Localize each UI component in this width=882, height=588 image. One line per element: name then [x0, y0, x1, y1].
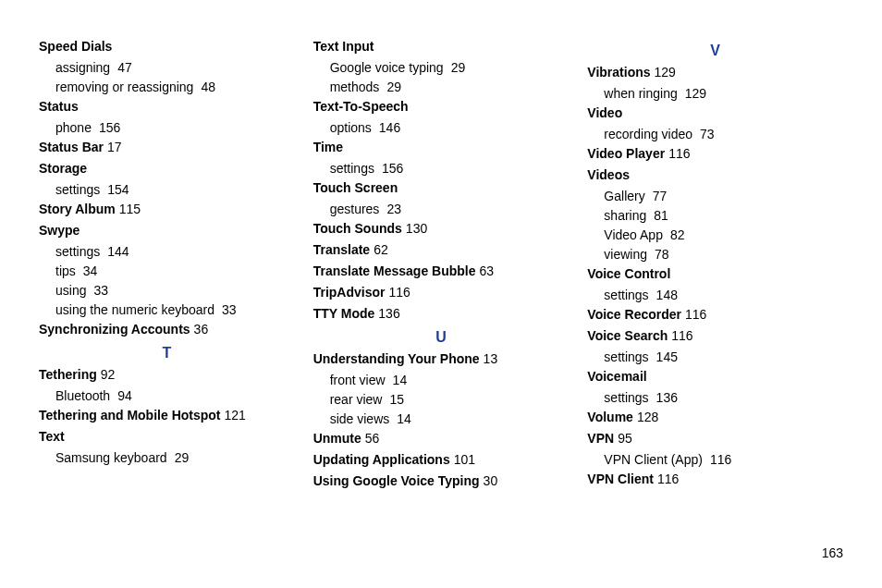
index-subentry: settings136	[587, 388, 843, 408]
index-column-3: VVibrations129when ringing129Videorecord…	[587, 37, 843, 493]
index-subentry: settings154	[39, 180, 295, 200]
index-term: Status	[39, 99, 79, 114]
index-entry: Unmute56	[313, 429, 570, 448]
index-subentry: Gallery77	[587, 187, 843, 206]
index-columns: Speed Dialsassigning47removing or reassi…	[39, 37, 843, 493]
index-subentry: rear view15	[313, 390, 570, 410]
index-entry: Tethering92	[39, 365, 295, 385]
index-term: Time	[313, 140, 343, 154]
index-entry: Swype	[39, 221, 295, 240]
index-entry: Touch Sounds130	[313, 219, 570, 239]
index-page-ref: 148	[656, 288, 678, 302]
index-page-ref: 116	[685, 307, 706, 322]
index-page-ref: 62	[374, 242, 388, 257]
index-term: Story Album	[39, 202, 116, 216]
index-entry: Text Input	[313, 37, 570, 56]
index-entry: Video	[587, 104, 843, 123]
index-term: Storage	[39, 161, 87, 176]
index-subentry: gestures23	[313, 200, 570, 219]
page-number: 163	[822, 545, 843, 560]
index-page-ref: 101	[454, 452, 475, 467]
index-term: Unmute	[313, 431, 361, 446]
index-entry: Synchronizing Accounts36	[39, 320, 295, 339]
index-subentry-text: front view	[330, 373, 386, 387]
index-subentry-text: Google voice typing	[330, 60, 444, 75]
index-page-ref: 78	[655, 247, 669, 262]
index-page-ref: 146	[379, 120, 400, 135]
index-entry: Speed Dials	[39, 37, 295, 56]
index-page-ref: 129	[655, 65, 676, 80]
index-subentry-text: gestures	[330, 202, 380, 216]
index-subentry: settings144	[39, 242, 295, 262]
index-entry: TTY Mode136	[313, 304, 570, 324]
index-entry: Video Player116	[587, 144, 843, 164]
index-page-ref: 128	[637, 410, 658, 424]
index-subentry-text: using the numeric keyboard	[55, 302, 214, 317]
index-page-ref: 13	[484, 351, 498, 366]
index-page-ref: 30	[484, 473, 498, 488]
index-subentry: Video App82	[587, 226, 843, 245]
index-entry: Storage	[39, 159, 295, 178]
index-term: Touch Screen	[313, 180, 398, 195]
index-entry: Tethering and Mobile Hotspot121	[39, 406, 295, 425]
index-page-ref: 136	[378, 306, 399, 321]
index-page-ref: 115	[119, 202, 141, 216]
index-page-ref: 94	[117, 388, 132, 403]
index-page-ref: 144	[107, 244, 129, 259]
index-page-ref: 33	[222, 302, 237, 317]
index-term: Voice Control	[587, 266, 670, 281]
index-term: Video	[587, 105, 622, 120]
index-letter-heading: T	[39, 345, 295, 361]
index-page-ref: 33	[93, 283, 108, 298]
index-term: TripAdvisor	[313, 285, 386, 300]
index-subentry-text: viewing	[604, 247, 647, 262]
index-page-ref: 145	[656, 349, 678, 364]
index-page-ref: 156	[382, 161, 403, 176]
index-entry: Videos	[587, 165, 843, 185]
index-entry: Vibrations129	[587, 63, 843, 82]
index-entry: Text	[39, 427, 295, 447]
index-page-ref: 136	[656, 390, 678, 405]
index-entry: VPN Client116	[587, 470, 843, 489]
index-subentry: VPN Client (App)116	[587, 450, 843, 470]
index-page-ref: 156	[99, 120, 120, 135]
index-subentry-text: rear view	[330, 392, 383, 407]
index-subentry: sharing81	[587, 206, 843, 226]
index-subentry: side views14	[313, 410, 570, 429]
index-term: Voice Search	[587, 328, 668, 343]
index-subentry: viewing78	[587, 245, 843, 264]
index-entry: Volume128	[587, 408, 843, 427]
index-page-ref: 116	[668, 146, 690, 161]
index-term: Tethering	[39, 367, 97, 382]
index-subentry: settings145	[587, 348, 843, 367]
index-subentry-text: methods	[330, 80, 380, 94]
index-term: Translate	[313, 242, 370, 257]
index-page-ref: 47	[117, 60, 132, 75]
index-term: Text	[39, 429, 65, 444]
index-letter-heading: V	[587, 43, 843, 59]
index-page-ref: 17	[107, 140, 122, 154]
index-subentry-text: VPN Client (App)	[604, 452, 703, 467]
index-subentry-text: side views	[330, 411, 390, 426]
index-subentry: assigning47	[39, 58, 295, 78]
index-term: Speed Dials	[39, 39, 112, 54]
index-page-ref: 95	[618, 431, 632, 446]
index-entry: Translate62	[313, 240, 570, 260]
index-subentry: front view14	[313, 371, 570, 390]
index-term: Vibrations	[587, 65, 650, 80]
index-entry: Voice Recorder116	[587, 305, 843, 325]
index-page-ref: 82	[670, 227, 685, 242]
index-entry: Updating Applications101	[313, 450, 570, 470]
index-subentry-text: recording video	[604, 127, 692, 141]
index-entry: Voice Control	[587, 264, 843, 284]
index-term: Using Google Voice Typing	[313, 473, 480, 488]
index-entry: Time	[313, 138, 570, 157]
index-letter-heading: U	[313, 329, 570, 346]
index-subentry-text: sharing	[604, 208, 646, 223]
index-entry: Using Google Voice Typing30	[313, 472, 570, 491]
index-page-ref: 36	[194, 322, 209, 337]
index-page-ref: 129	[685, 86, 706, 101]
index-entry: Story Album115	[39, 200, 295, 219]
index-subentry: when ringing129	[587, 84, 843, 104]
index-subentry: using the numeric keyboard33	[39, 300, 295, 320]
